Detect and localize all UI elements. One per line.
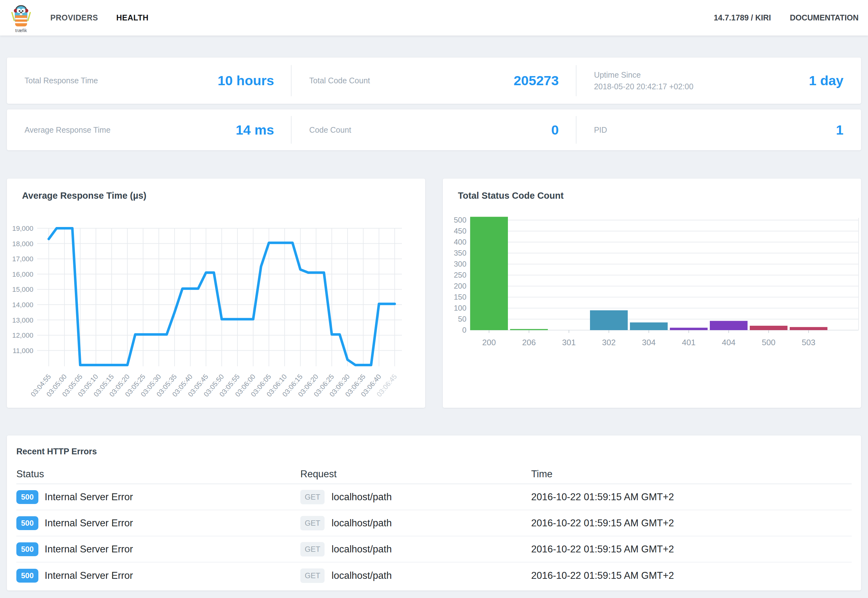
time-cell: 2016-10-22 01:59:15 AM GMT+2 — [531, 544, 852, 555]
stat-value: 1 — [836, 122, 844, 138]
column-header-request: Request — [300, 468, 531, 480]
svg-text:206: 206 — [522, 338, 536, 347]
stat-uptime-since: Uptime Since2018-05-20 20:42:17 +02:001 … — [576, 58, 861, 104]
status-code-chart-card: 0501001502002503003504004505002002063013… — [443, 179, 861, 408]
table-row: 500Internal Server ErrorGETlocalhost/pat… — [16, 537, 852, 562]
stat-average-response-time: Average Response Time14 ms — [7, 109, 292, 150]
svg-text:11,000: 11,000 — [13, 347, 33, 355]
column-header-time: Time — [531, 468, 852, 480]
method-badge: GET — [300, 490, 325, 504]
svg-text:404: 404 — [722, 338, 735, 347]
svg-text:14,000: 14,000 — [12, 301, 33, 309]
stat-value: 10 hours — [218, 73, 274, 88]
stat-label: Average Response Time — [24, 124, 111, 136]
svg-text:200: 200 — [482, 338, 495, 347]
svg-text:50: 50 — [458, 315, 466, 323]
request-cell: GETlocalhost/path — [300, 490, 531, 504]
status-text: Internal Server Error — [45, 492, 133, 503]
svg-text:500: 500 — [454, 216, 466, 224]
status-cell: 500Internal Server Error — [16, 490, 300, 504]
column-header-status: Status — [16, 468, 300, 480]
traefik-gopher-icon — [11, 4, 31, 28]
status-badge: 500 — [16, 569, 38, 583]
request-path: localhost/path — [331, 570, 392, 582]
table-row: 500Internal Server ErrorGETlocalhost/pat… — [16, 562, 852, 589]
status-code-bar-chart: 0501001502002503003504004505002002063013… — [443, 179, 861, 408]
svg-text:0: 0 — [462, 326, 466, 334]
stat-label: Code Count — [309, 124, 351, 136]
stat-value: 1 day — [809, 73, 844, 88]
status-text: Internal Server Error — [45, 570, 133, 582]
main-nav: PROVIDERSHEALTH — [50, 13, 167, 22]
svg-text:150: 150 — [454, 293, 466, 301]
status-text: Internal Server Error — [45, 544, 133, 555]
stat-label: PID — [594, 124, 607, 136]
request-path: localhost/path — [331, 544, 392, 555]
status-cell: 500Internal Server Error — [16, 516, 300, 530]
stat-label: Total Response Time — [24, 75, 98, 86]
navbar: træfik PROVIDERSHEALTH 14.7.1789 / KIRI … — [0, 0, 868, 36]
navbar-right: 14.7.1789 / KIRI DOCUMENTATION — [714, 13, 859, 22]
stats-row-1: Total Response Time10 hoursTotal Code Co… — [7, 58, 861, 104]
version-label: 14.7.1789 / KIRI — [714, 13, 771, 22]
stat-sublabel: 2018-05-20 20:42:17 +02:00 — [594, 81, 693, 92]
response-time-chart-card: 11,00012,00013,00014,00015,00016,00017,0… — [7, 179, 425, 408]
request-cell: GETlocalhost/path — [300, 516, 531, 531]
table-row: 500Internal Server ErrorGETlocalhost/pat… — [16, 484, 852, 510]
stat-label: Total Code Count — [309, 75, 370, 86]
svg-text:503: 503 — [802, 338, 815, 347]
stat-pid: PID1 — [576, 109, 861, 150]
response-time-line-chart: 11,00012,00013,00014,00015,00016,00017,0… — [7, 179, 425, 408]
documentation-link[interactable]: DOCUMENTATION — [790, 13, 859, 22]
svg-text:13,000: 13,000 — [12, 316, 33, 324]
svg-text:401: 401 — [682, 338, 695, 347]
status-badge: 500 — [16, 490, 38, 504]
request-path: localhost/path — [331, 492, 392, 503]
request-cell: GETlocalhost/path — [300, 542, 531, 556]
stat-value: 14 ms — [236, 122, 274, 138]
status-text: Internal Server Error — [45, 517, 133, 529]
svg-text:400: 400 — [454, 238, 466, 246]
request-cell: GETlocalhost/path — [300, 568, 531, 583]
traefik-logo[interactable]: træfik — [11, 4, 31, 33]
request-path: localhost/path — [331, 517, 392, 529]
svg-text:500: 500 — [762, 338, 775, 347]
svg-text:16,000: 16,000 — [12, 271, 33, 278]
errors-table: StatusRequestTime500Internal Server Erro… — [16, 465, 852, 589]
time-cell: 2016-10-22 01:59:15 AM GMT+2 — [531, 517, 852, 529]
status-badge: 500 — [16, 542, 38, 556]
errors-table-header: StatusRequestTime — [16, 465, 852, 484]
svg-text:350: 350 — [454, 249, 466, 257]
svg-text:18,000: 18,000 — [12, 240, 33, 248]
svg-text:450: 450 — [454, 227, 466, 235]
logo-wordmark: træfik — [15, 28, 27, 33]
table-row: 500Internal Server ErrorGETlocalhost/pat… — [16, 510, 852, 537]
stat-total-response-time: Total Response Time10 hours — [7, 58, 292, 104]
http-errors-card: Recent HTTP Errors StatusRequestTime500I… — [7, 435, 861, 591]
method-badge: GET — [300, 516, 325, 531]
svg-text:100: 100 — [454, 304, 466, 312]
stat-total-code-count: Total Code Count205273 — [292, 58, 576, 104]
svg-text:17,000: 17,000 — [12, 255, 33, 263]
svg-text:304: 304 — [642, 338, 655, 347]
stat-value: 205273 — [513, 73, 559, 88]
stat-label: Uptime Since2018-05-20 20:42:17 +02:00 — [594, 69, 693, 92]
errors-table-title: Recent HTTP Errors — [16, 435, 852, 456]
svg-text:250: 250 — [454, 271, 466, 279]
bar-chart-title: Total Status Code Count — [458, 191, 564, 201]
stat-code-count: Code Count0 — [292, 109, 576, 150]
stat-value: 0 — [551, 122, 559, 138]
svg-text:12,000: 12,000 — [12, 331, 33, 339]
svg-text:301: 301 — [562, 338, 576, 347]
svg-text:200: 200 — [454, 282, 466, 290]
status-badge: 500 — [16, 516, 38, 530]
svg-text:300: 300 — [454, 260, 466, 268]
method-badge: GET — [300, 568, 325, 583]
svg-text:19,000: 19,000 — [12, 224, 33, 232]
time-cell: 2016-10-22 01:59:15 AM GMT+2 — [531, 492, 852, 503]
svg-text:15,000: 15,000 — [12, 286, 33, 293]
time-cell: 2016-10-22 01:59:15 AM GMT+2 — [531, 570, 852, 582]
method-badge: GET — [300, 542, 325, 556]
nav-link-health[interactable]: HEALTH — [116, 13, 149, 22]
nav-link-providers[interactable]: PROVIDERS — [50, 13, 98, 22]
